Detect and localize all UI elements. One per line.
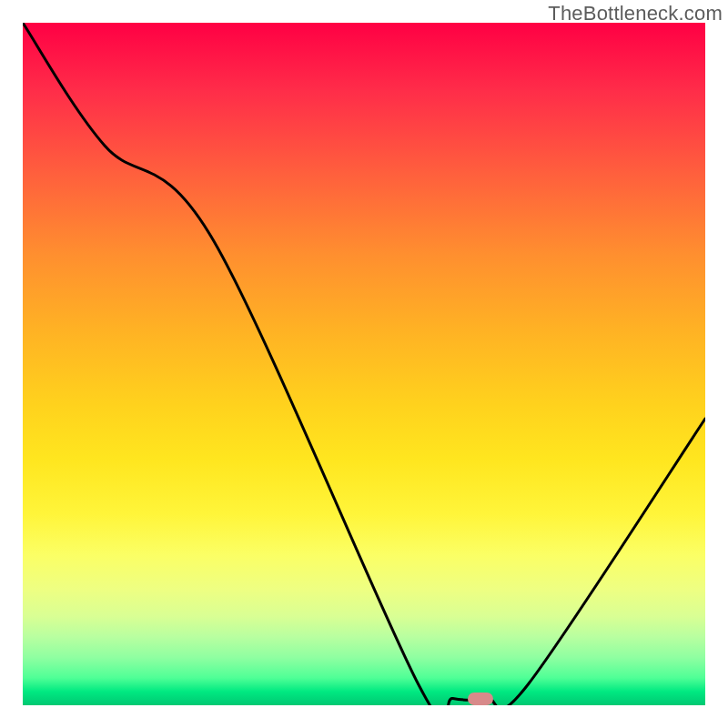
plot-border bbox=[705, 0, 728, 728]
optimal-point-marker bbox=[468, 693, 493, 705]
bottleneck-curve-path bbox=[23, 23, 705, 722]
bottleneck-chart bbox=[0, 0, 728, 728]
watermark-text: TheBottleneck.com bbox=[548, 2, 723, 25]
chart-curve-layer bbox=[0, 0, 728, 728]
plot-border bbox=[0, 0, 23, 728]
plot-border bbox=[0, 705, 728, 728]
